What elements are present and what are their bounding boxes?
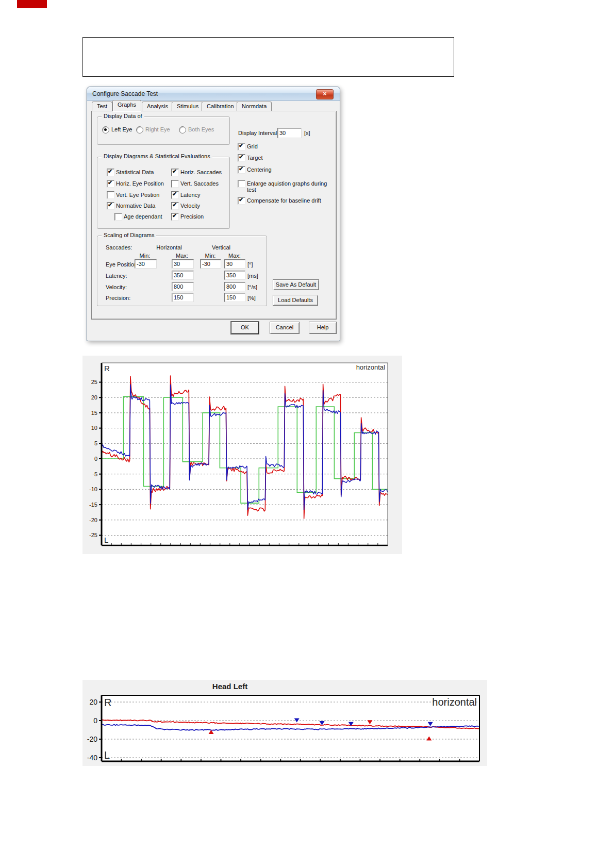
head-left-chart-plot: 200-20-40RLhorizontal xyxy=(82,680,487,768)
check-mark-icon: ✔ xyxy=(239,196,243,203)
latency-max-h-input[interactable] xyxy=(172,271,194,280)
horizontal-label: horizontal xyxy=(356,363,385,371)
tab-calibration[interactable]: Calibration xyxy=(202,102,239,111)
precision-checkbox[interactable]: ✔ xyxy=(171,213,179,221)
check-mark-icon: ✔ xyxy=(108,168,112,175)
eye-position-min-h-input[interactable] xyxy=(135,259,157,269)
scaling-legend: Scaling of Diagrams xyxy=(102,232,156,238)
load-defaults-button[interactable]: Load Defaults xyxy=(273,295,318,306)
display-interval-label: Display Interval : xyxy=(238,130,280,136)
latency-label: Latency xyxy=(180,192,201,198)
saccade-position-chart: 2520151050-5-10-15-20-25RLhorizontal xyxy=(82,356,402,554)
right-eye-radio[interactable] xyxy=(136,126,143,133)
normative-data-label: Normative Data xyxy=(116,203,155,209)
chart-svg: 200-20-40RLhorizontal xyxy=(82,680,487,766)
ok-button[interactable]: OK xyxy=(231,322,259,334)
vertical-column-header: Vertical xyxy=(202,244,241,251)
tab-normdata[interactable]: Normdata xyxy=(237,102,272,111)
velocity-row-label: Velocity: xyxy=(106,284,127,290)
left-eye-radio[interactable] xyxy=(102,126,109,133)
right-eye-label: Right Eye xyxy=(145,126,170,132)
latency-max-v-input[interactable] xyxy=(224,271,245,280)
vert-eye-position-checkbox[interactable] xyxy=(107,191,114,199)
centering-label: Centering xyxy=(247,166,272,173)
precision-row-label: Precision: xyxy=(106,295,130,301)
eye-position-max-v-input[interactable] xyxy=(224,259,245,269)
grid-label: Grid xyxy=(247,143,258,149)
tab-analysis[interactable]: Analysis xyxy=(142,102,173,111)
compensate-drift-label: Compensate for baseline drift xyxy=(247,197,321,204)
velocity-max-v-input[interactable] xyxy=(224,282,245,291)
statistical-data-label: Statistical Data xyxy=(116,169,154,175)
statistical-data-checkbox[interactable]: ✔ xyxy=(107,169,114,176)
y-tick-label: -25 xyxy=(89,532,97,538)
eye-position-row-label: Eye Position xyxy=(106,261,137,268)
graphs-tab-page: Display Data of Left Eye Right Eye Both … xyxy=(91,111,337,320)
horiz-eye-position-checkbox[interactable]: ✔ xyxy=(107,180,114,188)
vert-saccades-label: Vert. Saccades xyxy=(180,180,219,187)
y-tick-label: 15 xyxy=(91,410,97,416)
y-tick-label: -20 xyxy=(87,735,97,743)
check-mark-icon: ✔ xyxy=(239,154,243,160)
grid-checkbox[interactable]: ✔ xyxy=(238,143,245,151)
y-tick-label: 0 xyxy=(94,456,97,462)
normative-data-checkbox[interactable]: ✔ xyxy=(107,202,114,210)
both-eyes-radio[interactable] xyxy=(179,126,186,133)
save-as-default-button[interactable]: Save As Default xyxy=(273,279,319,290)
check-mark-icon: ✔ xyxy=(172,191,177,197)
left-direction-label: L xyxy=(104,536,108,544)
horiz-saccades-checkbox[interactable]: ✔ xyxy=(171,169,179,176)
right-direction-label: R xyxy=(104,364,110,373)
age-dependant-checkbox[interactable] xyxy=(114,213,122,221)
precision-max-h-input[interactable] xyxy=(172,293,194,302)
both-eyes-label: Both Eyes xyxy=(188,126,214,132)
precision-unit: [%] xyxy=(247,295,256,301)
check-mark-icon: ✔ xyxy=(172,168,177,175)
cancel-button[interactable]: Cancel xyxy=(270,322,300,334)
vert-saccades-checkbox[interactable] xyxy=(171,180,179,188)
y-tick-label: -20 xyxy=(89,517,97,523)
y-tick-label: 20 xyxy=(91,394,97,400)
tab-graphs[interactable]: Graphs xyxy=(112,100,141,111)
help-button[interactable]: Help xyxy=(309,322,337,334)
page-corner-red-mark xyxy=(17,0,47,8)
age-dependant-label: Age dependant xyxy=(124,213,162,220)
enlarge-graphs-label: Enlarge aquistion graphs during test xyxy=(247,180,329,193)
left-direction-label: L xyxy=(104,749,110,761)
tab-stimulus[interactable]: Stimulus xyxy=(172,102,204,111)
enlarge-graphs-checkbox[interactable] xyxy=(238,180,245,188)
dialog-titlebar[interactable]: Configure Saccade Test × xyxy=(87,87,340,101)
display-diagrams-legend: Display Diagrams & Statistical Evaluatio… xyxy=(102,153,212,159)
eye-position-min-v-input[interactable] xyxy=(200,259,221,269)
display-interval-input[interactable] xyxy=(277,128,302,138)
check-mark-icon: ✔ xyxy=(108,179,112,186)
horizontal-label: horizontal xyxy=(432,696,477,708)
centering-checkbox[interactable]: ✔ xyxy=(238,166,245,174)
horizontal-column-header: Horizontal xyxy=(150,244,189,251)
precision-max-v-input[interactable] xyxy=(224,293,245,302)
eye-position-max-h-input[interactable] xyxy=(172,259,194,269)
max-h-header: Max: xyxy=(172,253,192,259)
velocity-checkbox[interactable]: ✔ xyxy=(171,202,179,210)
min-h-header: Min: xyxy=(135,253,155,259)
tab-test[interactable]: Test xyxy=(92,102,112,111)
display-data-of-legend: Display Data of xyxy=(102,113,144,119)
y-tick-label: 5 xyxy=(94,440,97,446)
check-mark-icon: ✔ xyxy=(239,142,243,149)
target-checkbox[interactable]: ✔ xyxy=(238,154,245,162)
min-v-header: Min: xyxy=(200,253,221,259)
velocity-label: Velocity xyxy=(180,203,200,209)
velocity-max-h-input[interactable] xyxy=(172,282,194,291)
saccade-chart-plot: 2520151050-5-10-15-20-25RLhorizontal xyxy=(82,356,402,556)
y-tick-label: 10 xyxy=(91,425,97,431)
check-mark-icon: ✔ xyxy=(239,165,243,172)
latency-row-label: Latency: xyxy=(106,273,127,279)
y-tick-label: -15 xyxy=(89,502,97,508)
empty-figure-box xyxy=(82,37,454,77)
compensate-drift-checkbox[interactable]: ✔ xyxy=(238,197,245,205)
close-icon[interactable]: × xyxy=(316,89,334,99)
horiz-saccades-label: Horiz. Saccades xyxy=(180,169,222,175)
latency-checkbox[interactable]: ✔ xyxy=(171,191,179,199)
latency-unit: [ms] xyxy=(247,273,258,279)
configure-saccade-test-dialog: Configure Saccade Test × Test Graphs Ana… xyxy=(87,87,340,341)
